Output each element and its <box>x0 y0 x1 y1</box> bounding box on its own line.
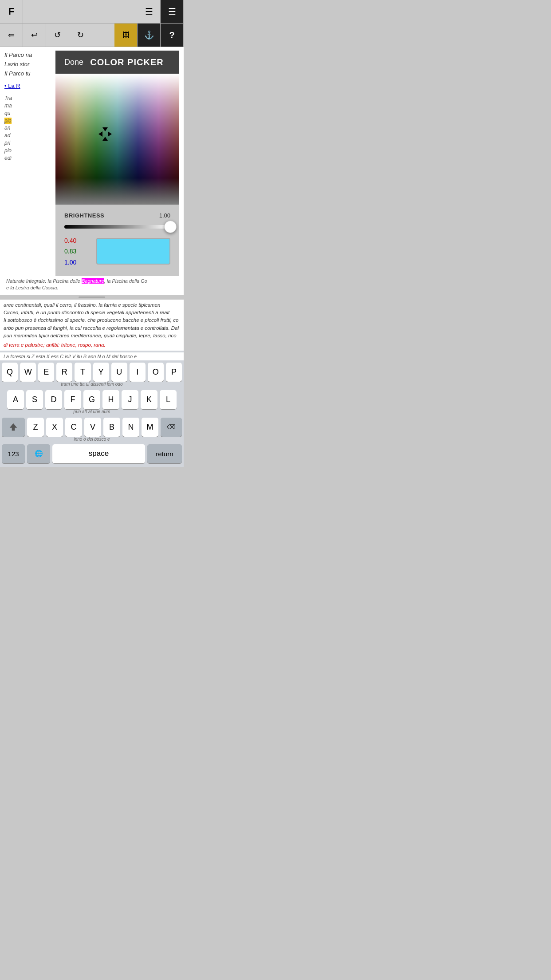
key-w[interactable]: W <box>20 363 36 382</box>
key-t[interactable]: T <box>75 363 91 382</box>
indent-button[interactable]: ⇐ <box>0 24 23 47</box>
crosshair-inner <box>98 127 112 141</box>
rgb-b-value: 1.00 <box>64 257 91 267</box>
key-q[interactable]: Q <box>2 363 18 382</box>
image-button[interactable]: 🖼 <box>114 24 138 47</box>
redo-icon: ↻ <box>77 30 84 40</box>
unindent-button[interactable]: ↩ <box>23 24 46 47</box>
hamburger-dark-button[interactable]: ☰ <box>161 0 184 23</box>
delete-key[interactable]: ⌫ <box>161 418 182 437</box>
key-z[interactable]: Z <box>27 418 44 437</box>
key-y[interactable]: Y <box>93 363 109 382</box>
key-d[interactable]: D <box>45 390 62 409</box>
brightness-slider[interactable] <box>64 225 170 229</box>
anchor-icon: ⚓ <box>144 30 154 40</box>
key-x[interactable]: X <box>46 418 63 437</box>
arrow-down-icon <box>102 127 108 131</box>
keyboard-row-2: A S D F G H J K L <box>0 388 184 409</box>
color-picker-title: COLOR PICKER <box>83 55 170 69</box>
anchor-button[interactable]: ⚓ <box>138 24 161 47</box>
color-crosshair[interactable] <box>98 127 112 141</box>
key-o[interactable]: O <box>148 363 164 382</box>
bottom-line: Naturale Integrale: la Piscina delle Bag… <box>6 278 177 285</box>
key-g[interactable]: G <box>83 390 100 409</box>
key-b[interactable]: B <box>103 418 120 437</box>
arrow-left-icon <box>98 131 102 137</box>
color-gradient-canvas[interactable] <box>55 74 179 205</box>
undo-icon: ↺ <box>54 30 61 40</box>
key-v[interactable]: V <box>84 418 101 437</box>
bg-body: Tramaqu pia anadpripioedi <box>4 95 55 162</box>
key-k[interactable]: K <box>141 390 157 409</box>
keyboard-row-3: Z X C V B N M ⌫ <box>0 415 184 437</box>
key-u[interactable]: U <box>111 363 127 382</box>
extended-bg-text: aree continentali, quali il cerro, il fr… <box>0 300 184 351</box>
toolbar-row1: F ☰ ☰ <box>0 0 184 24</box>
arrow-right-icon <box>108 131 112 137</box>
bg-text-line3: Il Parco tu <box>4 69 55 79</box>
undo-button[interactable]: ↺ <box>46 24 69 47</box>
help-button[interactable]: ? <box>161 24 184 47</box>
key-f[interactable]: F <box>64 390 81 409</box>
bg-text-line2: Lazio stor <box>4 60 55 69</box>
bottom-line2: e la Lestra della Coscia. <box>6 285 177 291</box>
shift-icon <box>9 423 18 431</box>
brightness-row: BRIGHTNESS 1.00 <box>64 211 170 221</box>
space-key[interactable]: space <box>52 444 145 463</box>
rgb-preview-row: 0.40 0.83 1.00 <box>64 236 170 267</box>
key-h[interactable]: H <box>102 390 119 409</box>
keyboard: Q W E R T Y U I O P tram une tta ui diss… <box>0 360 184 467</box>
key-m[interactable]: M <box>142 418 158 437</box>
hamburger-icon: ☰ <box>168 6 176 17</box>
redo-button[interactable]: ↻ <box>69 24 92 47</box>
indent-icon: ⇐ <box>8 30 15 40</box>
brightness-value: 1.00 <box>159 211 170 221</box>
bg-text-line1: Il Parco na <box>4 51 55 60</box>
scroll-dot <box>79 296 105 298</box>
bg-ext-line2: Circeo, infatti, è un punto d'incontro d… <box>4 309 180 316</box>
rgb-r-value: 0.40 <box>64 236 91 245</box>
page-wrapper: F ☰ ☰ ⇐ ↩ ↺ ↻ 🖼 ⚓ ? <box>0 0 184 467</box>
arrow-up-icon <box>102 137 108 141</box>
done-button[interactable]: Done <box>64 58 83 67</box>
key-e[interactable]: E <box>38 363 54 382</box>
brightness-label: BRIGHTNESS <box>64 211 104 221</box>
kb-between-text2: pun att al une num <box>0 409 184 415</box>
background-content: Il Parco na Lazio stor Il Parco tu • La … <box>0 47 184 295</box>
toolbar-row2: ⇐ ↩ ↺ ↻ 🖼 ⚓ ? <box>0 24 184 47</box>
image-icon: 🖼 <box>122 31 130 39</box>
key-s[interactable]: S <box>26 390 43 409</box>
keyboard-area: La foresta si Z esta X ess C isit V itu … <box>0 351 184 466</box>
num-key[interactable]: 123 <box>2 444 25 463</box>
font-button[interactable]: F <box>0 0 23 23</box>
keyboard-row-1: Q W E R T Y U I O P <box>0 360 184 382</box>
key-n[interactable]: N <box>122 418 139 437</box>
kb-bg-text: La foresta si Z esta X ess C isit V itu … <box>0 352 184 360</box>
globe-key[interactable]: 🌐 <box>27 444 50 463</box>
return-key[interactable]: return <box>147 444 182 463</box>
gray-overlay <box>55 178 179 205</box>
bottom-bg-text: Naturale Integrale: la Piscina delle Bag… <box>4 278 179 292</box>
keyboard-bottom-row: 123 🌐 space return <box>0 442 184 467</box>
scroll-indicator <box>0 295 184 300</box>
bg-ext-line3: Il sottobosco è ricchissimo di specie, c… <box>4 316 180 340</box>
font-icon: F <box>8 6 14 17</box>
key-j[interactable]: J <box>122 390 138 409</box>
color-preview-swatch <box>96 238 170 265</box>
color-canvas-wrap <box>55 74 179 205</box>
key-i[interactable]: I <box>130 363 146 382</box>
bg-ext-line1: aree continentali, quali il cerro, il fr… <box>4 301 180 309</box>
bg-bullet: • La R <box>4 82 55 91</box>
kb-between-text1: tram une tta ui dissenti lem odo <box>0 382 184 388</box>
key-p[interactable]: P <box>166 363 182 382</box>
key-a[interactable]: A <box>7 390 24 409</box>
help-icon: ? <box>169 30 174 40</box>
key-r[interactable]: R <box>56 363 72 382</box>
shift-key[interactable] <box>2 418 25 437</box>
brightness-thumb[interactable] <box>164 221 177 233</box>
color-picker-modal: Done COLOR PICKER <box>55 51 179 276</box>
menu-lines-button[interactable]: ☰ <box>138 0 161 23</box>
key-l[interactable]: L <box>160 390 177 409</box>
color-picker-panel: BRIGHTNESS 1.00 0.40 0.83 1.00 <box>55 205 179 276</box>
key-c[interactable]: C <box>65 418 82 437</box>
